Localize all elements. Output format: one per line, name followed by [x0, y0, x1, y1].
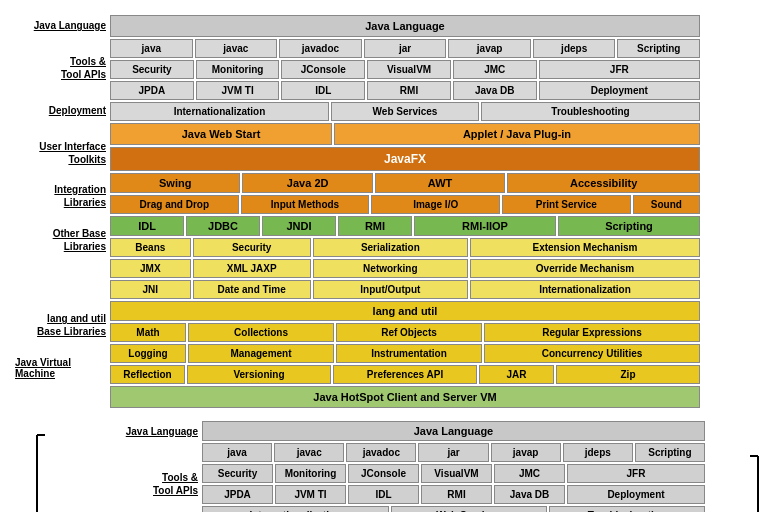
row-jvm: Java HotSpot Client and Server VM [110, 386, 700, 408]
cell-serialization: Serialization [313, 238, 468, 257]
cell-instrumentation: Instrumentation [336, 344, 482, 363]
row-other1: Beans Security Serialization Extension M… [110, 238, 700, 257]
row-lang2: Logging Management Instrumentation Concu… [110, 344, 700, 363]
cell-extension-mechanism: Extension Mechanism [470, 238, 700, 257]
cell-jconsole: JConsole [348, 464, 419, 483]
cell-sound: Sound [633, 195, 700, 214]
cell-java2d: Java 2D [242, 173, 372, 193]
cell-jmx: JMX [110, 259, 191, 278]
tools-rows: java javac javadoc jar javap jdeps Scrip… [202, 443, 705, 512]
tools-label-container: Tools &Tool APIs [15, 36, 106, 100]
cell-input-methods: Input Methods [241, 195, 370, 214]
cell-awt: AWT [375, 173, 505, 193]
right-labels [700, 15, 775, 408]
cell-swing: Swing [110, 173, 240, 193]
row-lang1: Math Collections Ref Objects Regular Exp… [110, 323, 700, 342]
cell-ref-objects: Ref Objects [336, 323, 482, 342]
cell-jws: Java Web Start [110, 123, 332, 145]
cell-javadoc: javadoc [279, 39, 362, 58]
cell-concurrency: Concurrency Utilities [484, 344, 700, 363]
cell-jvmti: JVM TI [196, 81, 280, 100]
cell-webservices: Web Services [391, 506, 547, 512]
cell-lang-util: lang and util [110, 301, 700, 321]
cell-idl-int: IDL [110, 216, 184, 236]
cell-security-base: Security [193, 238, 311, 257]
jvm-label-container: Java Virtual Machine [15, 357, 106, 378]
integration-label-container: IntegrationLibraries [15, 185, 106, 206]
row-other2: JMX XML JAXP Networking Override Mechani… [110, 259, 700, 278]
cell-math: Math [110, 323, 186, 342]
cell-preferences-api: Preferences API [333, 365, 477, 384]
cell-versioning: Versioning [187, 365, 331, 384]
cell-logging: Logging [110, 344, 186, 363]
row-deployment: Java Web Start Applet / Java Plug-in [110, 123, 700, 145]
tools-row3: JPDA JVM TI IDL RMI Java DB Deployment [202, 485, 705, 504]
label-tools: Tools &Tool APIs [78, 443, 198, 512]
cell-inputoutput: Input/Output [313, 280, 468, 299]
cell-javac: javac [195, 39, 278, 58]
row-tools2: Security Monitoring JConsole VisualVM JM… [110, 60, 700, 79]
cell-jmc: JMC [494, 464, 565, 483]
row-integration: IDL JDBC JNDI RMI RMI-IIOP Scripting [110, 216, 700, 236]
tools-label: Tools &Tool APIs [61, 55, 106, 81]
full-diagram: JDK JRE Java SE API Compact Profiles Jav… [10, 421, 775, 512]
cell-idl-tools: IDL [281, 81, 365, 100]
cell-override-mechanism: Override Mechanism [470, 259, 700, 278]
ui-toolkits-label: User InterfaceToolkits [39, 140, 106, 166]
cell-jndi: JNDI [262, 216, 336, 236]
cell-jconsole: JConsole [281, 60, 365, 79]
cell-javadb: Java DB [453, 81, 537, 100]
row-ui2: Drag and Drop Input Methods Image I/O Pr… [110, 195, 700, 214]
cell-applet: Applet / Java Plug-in [334, 123, 700, 145]
cell-java: java [110, 39, 193, 58]
row-javafx: JavaFX [110, 147, 700, 171]
cell-print-service: Print Service [502, 195, 631, 214]
cell-jdeps: jdeps [533, 39, 616, 58]
integration-label: IntegrationLibraries [54, 183, 106, 209]
cell-scripting1: Scripting [617, 39, 700, 58]
cell-drag-drop: Drag and Drop [110, 195, 239, 214]
cell-xml-jaxp: XML JAXP [193, 259, 311, 278]
deployment-label: Deployment [49, 105, 106, 116]
deployment-label-container: Deployment [15, 100, 106, 121]
cell-javap: javap [448, 39, 531, 58]
row-other3: JNI Date and Time Input/Output Internati… [110, 280, 700, 299]
row-java-language: Java Language [110, 15, 700, 37]
cell-deployment-tool: Deployment [567, 485, 705, 504]
cell-troubleshooting: Troubleshooting [549, 506, 705, 512]
tools-row1: java javac javadoc jar javap jdeps Scrip… [202, 443, 705, 462]
cell-javadb: Java DB [494, 485, 565, 504]
cell-scripting-int: Scripting [558, 216, 700, 236]
cell-intl-tool: Internationalization [202, 506, 389, 512]
cell-security-tool: Security [202, 464, 273, 483]
other-base-label: Other BaseLibraries [53, 227, 106, 253]
row-label-java-language: Java Language Java Language [78, 421, 705, 441]
cell-javac: javac [274, 443, 344, 462]
row-tools1: java javac javadoc jar javap jdeps Scrip… [110, 39, 700, 58]
cell-troubleshooting: Troubleshooting [481, 102, 700, 121]
cell-date-time: Date and Time [193, 280, 311, 299]
cell-accessibility: Accessibility [507, 173, 700, 193]
cell-zip: Zip [556, 365, 700, 384]
lang-util-row-label [15, 272, 106, 293]
cell-collections: Collections [188, 323, 334, 342]
center-content: Java Language java javac javadoc jar jav… [110, 15, 700, 408]
cell-idl-tool: IDL [348, 485, 419, 504]
cell-jni: JNI [110, 280, 191, 299]
cell-rmi-tools: RMI [367, 81, 451, 100]
cell-jvmti: JVM TI [275, 485, 346, 504]
cell-webservices: Web Services [331, 102, 479, 121]
cell-jpda: JPDA [202, 485, 273, 504]
row-lang3: Reflection Versioning Preferences API JA… [110, 365, 700, 384]
row-ui1: Swing Java 2D AWT Accessibility [110, 173, 700, 193]
lang-util-spacer [103, 277, 106, 288]
lang-util-label: lang and utilBase Libraries [37, 312, 106, 338]
cell-jar: JAR [479, 365, 554, 384]
cell-internationalization-tools: Internationalization [110, 102, 329, 121]
diagram-rows: Java Language Java Language Tools &Tool … [78, 421, 705, 512]
ui-toolkits-label-container: User InterfaceToolkits [15, 121, 106, 185]
row-tools3: JPDA JVM TI IDL RMI Java DB Deployment [110, 81, 700, 100]
cell-javap: javap [491, 443, 561, 462]
cell-jdbc: JDBC [186, 216, 260, 236]
tools-row4: Internationalization Web Services Troubl… [202, 506, 705, 512]
